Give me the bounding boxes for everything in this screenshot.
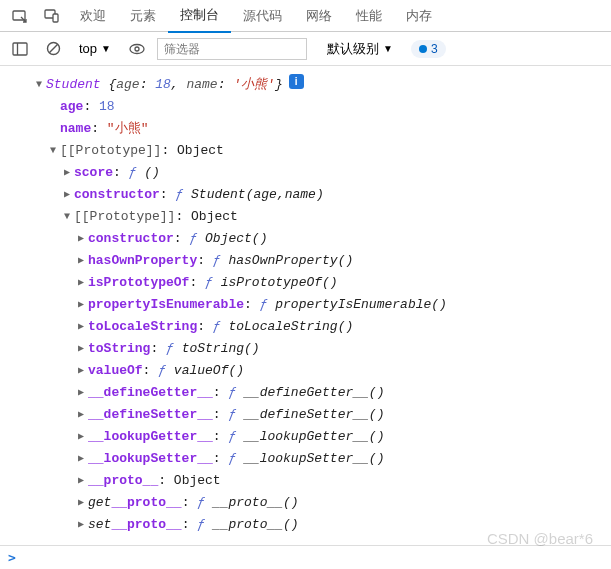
caret-right-icon[interactable]: ▶ (74, 228, 88, 250)
caret-right-icon[interactable]: ▶ (74, 272, 88, 294)
caret-right-icon[interactable]: ▶ (74, 426, 88, 448)
svg-rect-3 (13, 43, 27, 55)
property-row[interactable]: age: 18 (4, 96, 607, 118)
console-prompt[interactable]: > (0, 545, 611, 569)
property-row[interactable]: ▶toLocaleString: ƒ toLocaleString() (4, 316, 607, 338)
clear-console-icon[interactable] (40, 37, 67, 60)
property-row[interactable]: name: "小熊" (4, 118, 607, 140)
property-row[interactable]: ▶isPrototypeOf: ƒ isPrototypeOf() (4, 272, 607, 294)
svg-rect-2 (53, 14, 58, 22)
caret-down-icon[interactable]: ▼ (46, 140, 60, 162)
svg-point-8 (135, 47, 139, 51)
prototype-row[interactable]: ▼ [[Prototype]]: Object (4, 206, 607, 228)
level-label: 默认级别 (327, 40, 379, 58)
issues-count: 3 (431, 42, 438, 56)
svg-line-6 (49, 44, 57, 52)
tab-sources[interactable]: 源代码 (231, 0, 294, 32)
property-row[interactable]: ▶__defineGetter__: ƒ __defineGetter__() (4, 382, 607, 404)
property-row[interactable]: ▶hasOwnProperty: ƒ hasOwnProperty() (4, 250, 607, 272)
tab-memory[interactable]: 内存 (394, 0, 444, 32)
caret-right-icon[interactable]: ▶ (74, 470, 88, 492)
context-selector[interactable]: top ▼ (73, 39, 117, 58)
caret-right-icon[interactable]: ▶ (60, 184, 74, 206)
property-row[interactable]: ▶propertyIsEnumerable: ƒ propertyIsEnume… (4, 294, 607, 316)
property-row[interactable]: ▶__lookupSetter__: ƒ __lookupSetter__() (4, 448, 607, 470)
caret-right-icon[interactable]: ▶ (60, 162, 74, 184)
caret-down-icon[interactable]: ▼ (60, 206, 74, 228)
caret-right-icon[interactable]: ▶ (74, 250, 88, 272)
caret-right-icon[interactable]: ▶ (74, 316, 88, 338)
caret-right-icon[interactable]: ▶ (74, 448, 88, 470)
caret-right-icon[interactable]: ▶ (74, 492, 88, 514)
property-row[interactable]: ▶ __proto__: Object (4, 470, 607, 492)
tab-network[interactable]: 网络 (294, 0, 344, 32)
property-row[interactable]: ▶constructor: ƒ Object() (4, 228, 607, 250)
tab-welcome[interactable]: 欢迎 (68, 0, 118, 32)
caret-right-icon[interactable]: ▶ (74, 514, 88, 536)
property-row[interactable]: ▶valueOf: ƒ valueOf() (4, 360, 607, 382)
caret-right-icon[interactable]: ▶ (74, 360, 88, 382)
device-toggle-icon[interactable] (36, 2, 68, 30)
issues-badge[interactable]: 3 (411, 40, 446, 58)
toggle-sidebar-icon[interactable] (6, 38, 34, 60)
log-level-selector[interactable]: 默认级别 ▼ (321, 38, 399, 60)
prompt-caret-icon: > (8, 550, 16, 565)
property-row[interactable]: ▶ get __proto__: ƒ __proto__() (4, 492, 607, 514)
object-summary-row[interactable]: ▼ Student { age: 18, name: '小熊' } i (4, 74, 607, 96)
property-row[interactable]: ▶toString: ƒ toString() (4, 338, 607, 360)
property-row[interactable]: ▶__lookupGetter__: ƒ __lookupGetter__() (4, 426, 607, 448)
devtools-tabs: 欢迎 元素 控制台 源代码 网络 性能 内存 (0, 0, 611, 32)
info-icon[interactable]: i (289, 74, 304, 89)
filter-input[interactable] (157, 38, 307, 60)
chevron-down-icon: ▼ (101, 43, 111, 54)
tab-elements[interactable]: 元素 (118, 0, 168, 32)
caret-right-icon[interactable]: ▶ (74, 294, 88, 316)
tab-console[interactable]: 控制台 (168, 0, 231, 33)
live-expression-icon[interactable] (123, 39, 151, 59)
property-row[interactable]: ▶ constructor: ƒ Student(age,name) (4, 184, 607, 206)
caret-right-icon[interactable]: ▶ (74, 382, 88, 404)
tab-performance[interactable]: 性能 (344, 0, 394, 32)
console-toolbar: top ▼ 默认级别 ▼ 3 (0, 32, 611, 66)
caret-right-icon[interactable]: ▶ (74, 404, 88, 426)
caret-right-icon[interactable]: ▶ (74, 338, 88, 360)
caret-down-icon[interactable]: ▼ (32, 74, 46, 96)
info-dot-icon (419, 45, 427, 53)
prototype-row[interactable]: ▼ [[Prototype]]: Object (4, 140, 607, 162)
inspect-element-icon[interactable] (4, 2, 36, 30)
class-name: Student (46, 74, 101, 96)
console-output: ▼ Student { age: 18, name: '小熊' } i age:… (0, 66, 611, 545)
property-row[interactable]: ▶ set __proto__: ƒ __proto__() (4, 514, 607, 536)
chevron-down-icon: ▼ (383, 43, 393, 54)
property-row[interactable]: ▶ score: ƒ () (4, 162, 607, 184)
svg-point-7 (130, 44, 144, 53)
context-label: top (79, 41, 97, 56)
property-row[interactable]: ▶__defineSetter__: ƒ __defineSetter__() (4, 404, 607, 426)
